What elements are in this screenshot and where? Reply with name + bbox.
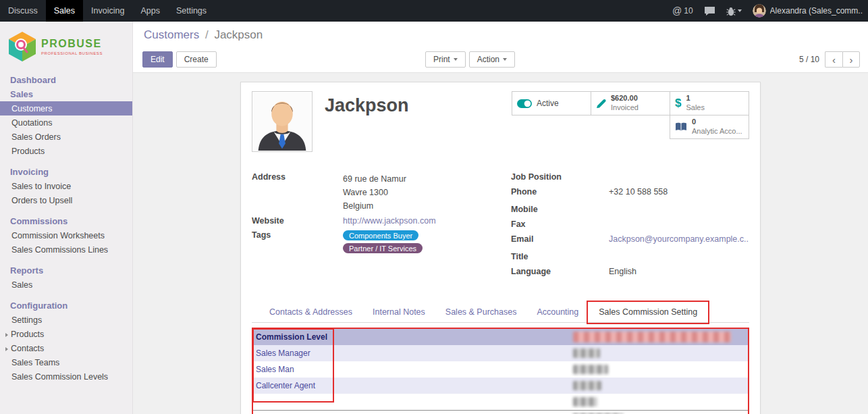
topbar-systray: @ 10 Alexandra (Sales_comm..: [672, 4, 868, 18]
tags-label: Tags: [252, 230, 343, 256]
book-icon: [675, 122, 687, 132]
address-line: 69 rue de Namur: [343, 172, 406, 186]
sidebar-item-settings[interactable]: Settings: [0, 313, 132, 327]
website-link[interactable]: http://www.jackpson.com: [343, 216, 436, 226]
app-logo[interactable]: PROBUSE PROFESSIONAL BUSINESS: [0, 22, 132, 73]
sidebar-item-sales-commission-levels[interactable]: Sales Commission Levels: [0, 369, 132, 384]
sidebar-item-config-products[interactable]: Products: [0, 327, 132, 341]
sidebar-item-sales-to-invoice[interactable]: Sales to Invoice: [0, 179, 132, 193]
chevron-right-icon: [5, 347, 8, 351]
title-label: Title: [511, 252, 609, 263]
breadcrumb-customers[interactable]: Customers: [144, 28, 199, 41]
language-value[interactable]: English: [609, 267, 636, 278]
stat-buttons: Active $620.00 Invoiced $: [509, 91, 749, 139]
commission-level-cell: Sales Man: [253, 361, 570, 378]
sidebar-item-sales-commissions-lines[interactable]: Sales Commissions Lines: [0, 242, 132, 257]
customer-name: Jackpson: [325, 95, 409, 116]
tab-sales-purchases[interactable]: Sales & Purchases: [435, 302, 527, 322]
website-label: Website: [252, 216, 343, 227]
tab-label: Sales Commission Setting: [599, 307, 697, 317]
redacted-header-blur: [573, 332, 731, 342]
sidebar-heading-commissions[interactable]: Commissions: [0, 214, 132, 228]
analytic-stat-value: 0: [692, 118, 742, 127]
menu-discuss[interactable]: Discuss: [0, 0, 46, 22]
debug-bug-icon[interactable]: [726, 6, 742, 16]
empty-cell: [253, 394, 570, 411]
mobile-label: Mobile: [511, 205, 609, 215]
menu-settings[interactable]: Settings: [168, 0, 215, 22]
chevron-down-icon: [454, 58, 458, 61]
mentions-count: 10: [684, 6, 693, 16]
redacted-value-blur: [573, 365, 608, 374]
sidebar-heading-dashboard[interactable]: Dashboard: [0, 73, 132, 87]
redacted-cell: [570, 394, 748, 411]
table-row-callcenter-agent[interactable]: Callcenter Agent: [253, 378, 748, 394]
user-menu[interactable]: Alexandra (Sales_comm..: [753, 4, 863, 18]
logo-text: PROBUSE PROFESSIONAL BUSINESS: [41, 38, 103, 55]
create-button[interactable]: Create: [176, 51, 217, 68]
sidebar-item-sales-orders[interactable]: Sales Orders: [0, 130, 132, 144]
control-panel: Customers / Jackpson Edit Create Print A…: [133, 22, 868, 73]
customer-photo-image: [253, 93, 311, 151]
action-menu-label: Action: [477, 55, 499, 64]
red-annotation-box-table: Commission Level Sales Manager Sales Man: [252, 328, 749, 414]
print-menu-button[interactable]: Print: [425, 51, 466, 68]
breadcrumb: Customers / Jackpson: [144, 28, 263, 42]
sidebar-item-products[interactable]: Products: [0, 144, 132, 158]
menu-invoicing[interactable]: Invoicing: [83, 0, 132, 22]
address-label: Address: [252, 172, 343, 213]
sidebar-heading-sales[interactable]: Sales: [0, 87, 132, 101]
top-menubar: Discuss Sales Invoicing Apps Settings @ …: [0, 0, 868, 22]
logo-subtitle: PROFESSIONAL BUSINESS: [41, 51, 103, 55]
pencil-icon: [596, 99, 606, 109]
fax-label: Fax: [511, 219, 609, 230]
menu-sales[interactable]: Sales: [46, 0, 83, 22]
sidebar-item-reports-sales[interactable]: Sales: [0, 278, 132, 292]
redacted-cell: [570, 345, 748, 361]
table-row-sales-manager[interactable]: Sales Manager: [253, 345, 748, 361]
tag-components-buyer[interactable]: Components Buyer: [343, 230, 418, 240]
customer-photo[interactable]: [252, 91, 313, 152]
action-menu-button[interactable]: Action: [469, 51, 515, 68]
pager-next-button[interactable]: ›: [842, 51, 860, 68]
sales-stat-button[interactable]: $ 1 Sales: [670, 91, 749, 115]
email-link[interactable]: Jackpson@yourcompany.example.c..: [609, 234, 749, 244]
sidebar-item-sales-teams[interactable]: Sales Teams: [0, 355, 132, 369]
table-row-sales-man[interactable]: Sales Man: [253, 361, 748, 378]
form-view-container: Jackpson Active $620.00: [133, 73, 868, 414]
invoiced-stat-button[interactable]: $620.00 Invoiced: [591, 91, 670, 115]
edit-button[interactable]: Edit: [142, 51, 173, 68]
active-stat-button[interactable]: Active: [512, 91, 591, 115]
address-value[interactable]: 69 rue de Namur Wavre 1300 Belgium: [343, 172, 406, 213]
redacted-value-blur: [573, 381, 601, 390]
menu-apps[interactable]: Apps: [132, 0, 168, 22]
table-row-empty[interactable]: [253, 394, 748, 411]
commission-level-cell: Sales Manager: [253, 345, 570, 361]
commission-level-column-header[interactable]: Commission Level: [253, 329, 570, 345]
sidebar-item-quotations[interactable]: Quotations: [0, 115, 132, 130]
language-label: Language: [511, 267, 609, 278]
sidebar-item-config-contacts[interactable]: Contacts: [0, 341, 132, 355]
pager-previous-button[interactable]: ‹: [825, 51, 842, 68]
print-menu-label: Print: [433, 55, 450, 64]
mentions-counter[interactable]: @ 10: [672, 5, 693, 16]
breadcrumb-separator: /: [205, 28, 209, 41]
sidebar-heading-configuration[interactable]: Configuration: [0, 299, 132, 313]
phone-value[interactable]: +32 10 588 558: [609, 187, 668, 198]
table-header-row: Commission Level: [253, 329, 748, 345]
messages-icon[interactable]: [704, 6, 715, 16]
tab-contacts-addresses[interactable]: Contacts & Addresses: [259, 302, 362, 322]
sidebar-heading-reports[interactable]: Reports: [0, 263, 132, 278]
sidebar-item-label: Products: [11, 330, 44, 339]
tab-internal-notes[interactable]: Internal Notes: [362, 302, 435, 322]
sidebar-heading-invoicing[interactable]: Invoicing: [0, 165, 132, 179]
tab-sales-commission-setting[interactable]: Sales Commission Setting: [589, 302, 707, 322]
sidebar-item-customers[interactable]: Customers: [0, 101, 132, 115]
tab-accounting[interactable]: Accounting: [526, 302, 589, 322]
analytic-stat-button[interactable]: 0 Analytic Acco...: [670, 115, 749, 139]
tag-partner-it-services[interactable]: Partner / IT Services: [343, 243, 423, 253]
sidebar-item-commission-worksheets[interactable]: Commission Worksheets: [0, 228, 132, 242]
analytic-stat-label: Analytic Acco...: [692, 127, 742, 136]
sidebar-item-orders-to-upsell[interactable]: Orders to Upsell: [0, 193, 132, 207]
redacted-cell: [570, 361, 748, 378]
